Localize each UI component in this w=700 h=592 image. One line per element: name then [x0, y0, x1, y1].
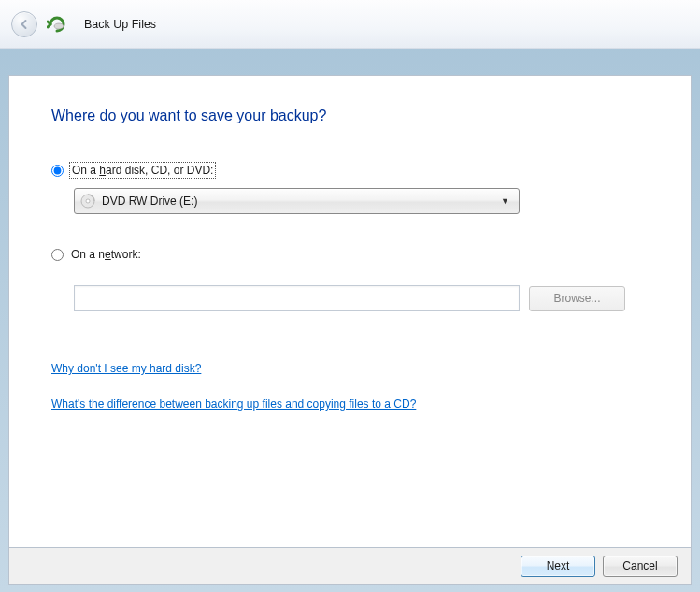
disc-icon	[80, 194, 95, 209]
cancel-button[interactable]: Cancel	[603, 556, 678, 577]
drive-select[interactable]: DVD RW Drive (E:) ▼	[74, 188, 520, 214]
next-button[interactable]: Next	[521, 556, 595, 577]
option-disk-label[interactable]: On a hard disk, CD, or DVD:	[71, 164, 214, 177]
option-network-radio[interactable]	[51, 249, 64, 261]
wizard-title: Back Up Files	[84, 18, 156, 31]
option-disk-radio[interactable]	[51, 165, 64, 177]
option-network-label[interactable]: On a network:	[71, 248, 141, 261]
link-why-no-disk[interactable]: Why don't I see my hard disk?	[51, 362, 201, 375]
option-disk-row: On a hard disk, CD, or DVD:	[51, 164, 649, 177]
wizard-header: Back Up Files	[0, 0, 700, 49]
backup-icon	[47, 14, 67, 35]
svg-point-0	[54, 23, 64, 29]
link-backup-vs-copy[interactable]: What's the difference between backing up…	[51, 397, 416, 411]
browse-button[interactable]: Browse...	[529, 286, 625, 311]
content-panel: Where do you want to save your backup? O…	[8, 75, 692, 547]
wizard-footer: Next Cancel	[8, 547, 692, 585]
svg-point-2	[86, 199, 90, 203]
arrow-left-icon	[18, 18, 31, 31]
chevron-down-icon: ▼	[501, 196, 513, 206]
page-heading: Where do you want to save your backup?	[51, 108, 649, 124]
drive-select-value: DVD RW Drive (E:)	[102, 195, 501, 208]
network-path-input[interactable]	[74, 285, 520, 311]
option-network-row: On a network:	[51, 248, 649, 261]
back-button[interactable]	[11, 11, 37, 37]
